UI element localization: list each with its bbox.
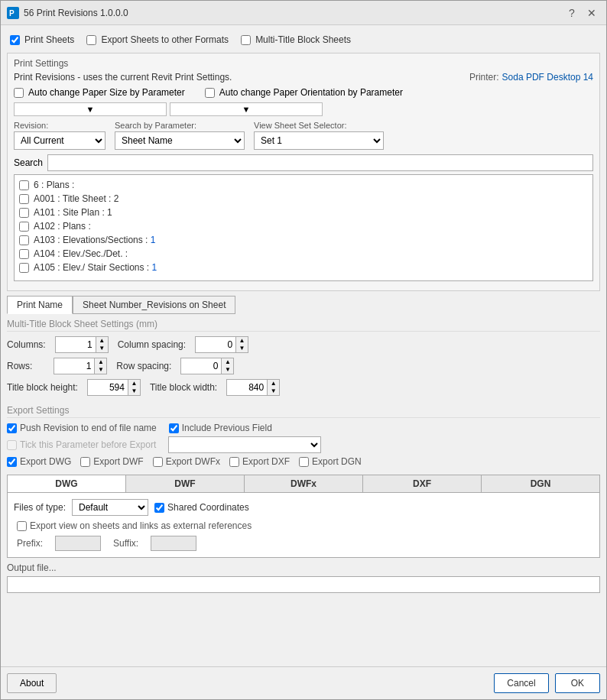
columns-input[interactable]: ▲ ▼ xyxy=(55,336,109,353)
print-name-tab[interactable]: Print Name xyxy=(7,296,73,314)
export-dwg-label: Export DWG xyxy=(20,456,71,467)
sheet-checkbox-2[interactable] xyxy=(19,194,29,204)
sheet-checkbox-7[interactable] xyxy=(19,263,29,273)
cancel-button[interactable]: Cancel xyxy=(494,673,548,693)
col-spacing-down[interactable]: ▼ xyxy=(236,345,248,352)
title-block-height-value[interactable] xyxy=(88,380,128,395)
tick-param-checkbox[interactable] xyxy=(7,440,17,450)
search-input[interactable] xyxy=(47,154,593,171)
files-type-select[interactable]: Default xyxy=(72,499,148,516)
export-dwg-check[interactable]: Export DWG xyxy=(7,456,71,467)
export-dxf-check[interactable]: Export DXF xyxy=(229,456,290,467)
sheet-checkbox-6[interactable] xyxy=(19,249,29,259)
format-tab-dxf[interactable]: DXF xyxy=(363,475,482,492)
export-dwfx-check[interactable]: Export DWFx xyxy=(153,456,220,467)
width-down[interactable]: ▼ xyxy=(268,387,279,395)
tab-print-sheets[interactable]: Print Sheets xyxy=(7,31,83,48)
close-button[interactable]: ✕ xyxy=(583,5,600,21)
tab-export-other[interactable]: Export Sheets to other Formats xyxy=(83,31,238,48)
export-dwf-check[interactable]: Export DWF xyxy=(80,456,143,467)
title-block-width-value[interactable] xyxy=(227,380,267,395)
column-spacing-input[interactable]: ▲ ▼ xyxy=(195,336,248,353)
rows-down[interactable]: ▼ xyxy=(95,366,106,374)
ext-refs-row: Export view on sheets and links as exter… xyxy=(14,520,593,531)
sheet-checkbox-4[interactable] xyxy=(19,222,29,232)
sheet-number-tab[interactable]: Sheet Number_Revisions on Sheet xyxy=(73,296,235,314)
sheet-item-1[interactable]: 6 : Plans : xyxy=(18,178,589,192)
columns-value[interactable] xyxy=(56,337,96,352)
shared-coords-check[interactable]: Shared Coordinates xyxy=(154,502,249,513)
title-block-width-input[interactable]: ▲ ▼ xyxy=(226,379,280,396)
columns-up[interactable]: ▲ xyxy=(96,337,108,345)
sheet-checkbox-5[interactable] xyxy=(19,235,29,245)
row-spacing-value[interactable] xyxy=(181,358,221,374)
include-previous-check[interactable]: Include Previous Field xyxy=(169,423,272,433)
height-down[interactable]: ▼ xyxy=(128,387,140,395)
export-sheets-checkbox[interactable] xyxy=(86,35,96,45)
sheet-item-3[interactable]: A101 : Site Plan : 1 xyxy=(18,206,589,219)
ext-refs-label: Export view on sheets and links as exter… xyxy=(30,520,252,531)
shared-coords-label: Shared Coordinates xyxy=(167,502,249,513)
format-tab-dwg[interactable]: DWG xyxy=(8,475,126,492)
format-tab-dgn[interactable]: DGN xyxy=(482,475,599,492)
export-dwf-label: Export DWF xyxy=(93,456,143,467)
width-up[interactable]: ▲ xyxy=(268,380,279,387)
export-dxf-checkbox[interactable] xyxy=(229,457,239,467)
row-spacing-up[interactable]: ▲ xyxy=(222,358,233,366)
tab-multi-title[interactable]: Multi-Title Block Sheets xyxy=(238,31,360,48)
help-button[interactable]: ? xyxy=(563,5,580,21)
suffix-input[interactable] xyxy=(151,536,196,551)
about-button[interactable]: About xyxy=(7,673,57,693)
ok-button[interactable]: OK xyxy=(555,673,600,693)
export-dwf-checkbox[interactable] xyxy=(80,457,90,467)
col-spacing-up[interactable]: ▲ xyxy=(236,337,248,345)
rows-input[interactable]: ▲ ▼ xyxy=(54,358,107,374)
auto-paper-size-checkbox[interactable] xyxy=(14,88,24,98)
multi-title-checkbox[interactable] xyxy=(241,35,251,45)
sheet-set-group: View Sheet Set Selector: Set 1 xyxy=(254,121,384,150)
row-spacing-down[interactable]: ▼ xyxy=(222,366,233,374)
format-tab-dwf[interactable]: DWF xyxy=(126,475,245,492)
collapse-btn-right[interactable]: ▼ xyxy=(170,102,323,116)
revision-select[interactable]: All Current xyxy=(14,131,105,150)
include-previous-checkbox[interactable] xyxy=(169,423,179,433)
columns-label: Columns: xyxy=(7,339,46,350)
sheet-checkbox-3[interactable] xyxy=(19,208,29,218)
output-input[interactable] xyxy=(7,576,600,593)
sheet-item-6[interactable]: A104 : Elev./Sec./Det. : xyxy=(18,247,589,261)
shared-coords-checkbox[interactable] xyxy=(154,503,164,513)
print-sheets-checkbox[interactable] xyxy=(10,35,20,45)
sheet-set-select[interactable]: Set 1 xyxy=(254,131,384,150)
sheet-checkbox-1[interactable] xyxy=(19,180,29,190)
title-block-height-input[interactable]: ▲ ▼ xyxy=(87,379,141,396)
search-param-select[interactable]: Sheet Name xyxy=(115,131,245,150)
sheet-list: 6 : Plans : A001 : Title Sheet : 2 A101 … xyxy=(14,174,593,281)
rows-value[interactable] xyxy=(54,358,94,374)
push-revision-checkbox[interactable] xyxy=(7,423,17,433)
row-spacing-input[interactable]: ▲ ▼ xyxy=(180,358,234,374)
print-sheets-label: Print Sheets xyxy=(24,34,74,45)
format-tab-dwfx[interactable]: DWFx xyxy=(245,475,363,492)
sheet-item-7[interactable]: A105 : Elev./ Stair Sections : 1 xyxy=(18,261,589,274)
export-dgn-check[interactable]: Export DGN xyxy=(299,456,362,467)
export-dwg-checkbox[interactable] xyxy=(7,457,17,467)
export-dgn-checkbox[interactable] xyxy=(299,457,309,467)
columns-down[interactable]: ▼ xyxy=(96,345,108,352)
sheet-item-4[interactable]: A102 : Plans : xyxy=(18,219,589,233)
app-icon: P xyxy=(7,7,19,19)
sheet-item-2[interactable]: A001 : Title Sheet : 2 xyxy=(18,192,589,206)
ext-refs-checkbox[interactable] xyxy=(17,521,27,531)
content-area: Print Sheets Export Sheets to other Form… xyxy=(1,25,606,666)
sheet-name-6: A104 : Elev./Sec./Det. : xyxy=(34,248,128,259)
column-spacing-value[interactable] xyxy=(196,337,235,352)
rows-up[interactable]: ▲ xyxy=(95,358,106,366)
sheet-item-5[interactable]: A103 : Elevations/Sections : 1 xyxy=(18,233,589,247)
height-up[interactable]: ▲ xyxy=(128,380,140,387)
prefix-input[interactable] xyxy=(55,536,101,551)
push-revision-check[interactable]: Push Revision to end of file name xyxy=(7,423,157,433)
tick-param-select[interactable] xyxy=(168,436,321,453)
export-dwfx-checkbox[interactable] xyxy=(153,457,163,467)
collapse-btn-left[interactable]: ▼ xyxy=(14,102,167,116)
auto-paper-orient-checkbox[interactable] xyxy=(205,88,215,98)
tick-param-check[interactable]: Tick this Parameter before Export xyxy=(7,439,156,450)
